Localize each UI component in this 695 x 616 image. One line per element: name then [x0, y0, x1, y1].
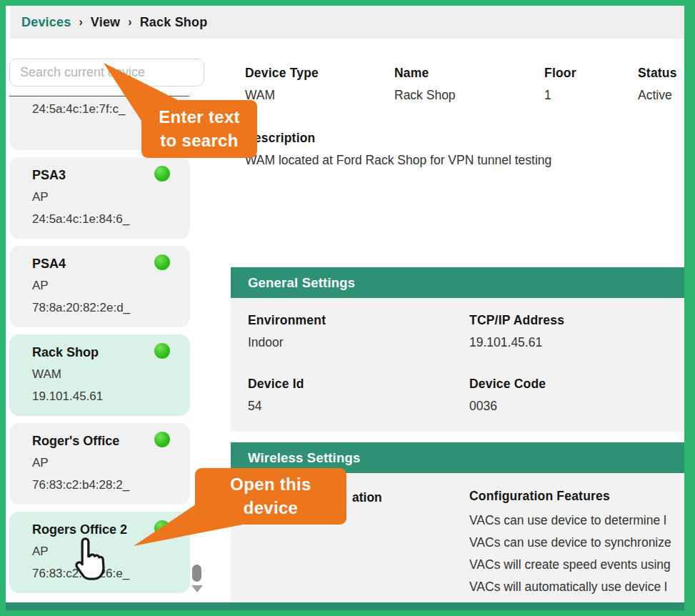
callout-search-line2: to search — [141, 129, 257, 152]
callout-search-line1: Enter text — [141, 105, 257, 129]
device-address: 19.101.45.61 — [32, 385, 170, 407]
device-card-roger-s-office[interactable]: Roger's OfficeAP76:83:c2:b4:28:2_ — [9, 423, 190, 505]
field-label-tcp-ip-address: TCP/IP Address — [469, 313, 564, 328]
field-environment: EnvironmentIndoor — [248, 313, 326, 350]
field-value-status: Active — [638, 88, 677, 103]
breadcrumb: Devices›View›Rack Shop — [10, 6, 684, 39]
field-value-device-id: 54 — [248, 399, 304, 414]
device-address: 24:5a:4c:1e:84:6_ — [32, 208, 170, 230]
field-label-status: Status — [638, 66, 677, 81]
status-online-icon — [154, 343, 170, 359]
summary-col-status: StatusActive — [638, 66, 677, 103]
device-address: 76:83:c2:b4:28:2_ — [32, 474, 170, 496]
callout-enter-text-to-search: Enter text to search — [141, 100, 257, 158]
field-value-environment: Indoor — [248, 335, 326, 350]
field-tcp-ip-address: TCP/IP Address19.101.45.61 — [469, 313, 564, 350]
device-address: 78:8a:20:82:2e:d_ — [32, 297, 170, 319]
field-label-device-type: Device Type — [245, 66, 319, 81]
field-value-device-code: 0036 — [469, 399, 546, 414]
summary-col-name: NameRack Shop — [394, 66, 456, 103]
feature-item: VACs can use device to synchronize — [469, 532, 671, 554]
feature-item: VACs can use device to determine l — [469, 510, 671, 532]
breadcrumb-item-rack-shop: Rack Shop — [140, 15, 208, 30]
breadcrumb-item-view: View — [91, 15, 121, 30]
device-name: Rack Shop — [32, 342, 170, 363]
summary-col-device-type: Device TypeWAM — [245, 66, 319, 103]
scrollbar-thumb[interactable] — [192, 565, 201, 582]
configuration-features-block: Configuration Features VACs can use devi… — [469, 489, 671, 598]
status-online-icon — [154, 166, 170, 182]
field-device-id: Device Id54 — [248, 377, 304, 414]
device-type: AP — [32, 452, 170, 474]
breadcrumb-separator-icon: › — [79, 16, 82, 29]
field-value-device-type: WAM — [245, 88, 319, 103]
status-online-icon — [154, 254, 170, 270]
device-card-psa3[interactable]: PSA3AP24:5a:4c:1e:84:6_ — [9, 157, 190, 239]
field-value-name: Rack Shop — [394, 88, 456, 103]
device-name: Roger's Office — [32, 430, 170, 452]
device-type: AP — [32, 186, 170, 208]
field-label-name: Name — [394, 66, 456, 81]
general-settings-header: General Settings — [231, 267, 684, 298]
breadcrumb-item-devices[interactable]: Devices — [21, 15, 71, 30]
field-label-device-id: Device Id — [248, 377, 304, 392]
feature-item: VACs will automatically use device l — [469, 576, 671, 598]
callout-open-line1: Open this — [195, 472, 346, 496]
field-label-device-code: Device Code — [469, 377, 546, 392]
device-card-psa4[interactable]: PSA4AP78:8a:20:82:2e:d_ — [9, 246, 190, 327]
device-name: PSA4 — [32, 253, 170, 274]
device-summary: Device TypeWAMNameRack ShopFloor1StatusA… — [245, 66, 684, 116]
general-settings-body: EnvironmentIndoorTCP/IP Address19.101.45… — [231, 298, 684, 432]
feature-item: VACs will create speed events using — [469, 554, 671, 576]
device-type: WAM — [32, 363, 170, 385]
description-label: Description — [245, 131, 684, 146]
description-block: Description WAM located at Ford Rack Sho… — [245, 131, 684, 168]
field-device-code: Device Code0036 — [469, 377, 546, 414]
description-value: WAM located at Ford Rack Shop for VPN tu… — [245, 153, 684, 168]
status-online-icon — [154, 432, 170, 447]
wireless-left-label-fragment: ation — [352, 490, 382, 505]
footer-bar — [6, 602, 684, 612]
scrollbar-down-arrow-icon[interactable] — [191, 585, 203, 592]
summary-col-floor: Floor1 — [544, 66, 576, 103]
hand-cursor-icon — [71, 536, 109, 583]
field-label-environment: Environment — [248, 313, 326, 328]
field-label-floor: Floor — [544, 66, 576, 81]
field-value-tcp-ip-address: 19.101.45.61 — [469, 335, 564, 350]
configuration-features-label: Configuration Features — [469, 489, 671, 504]
callout-open-line2: device — [195, 496, 346, 520]
feature-list: VACs can use device to determine lVACs c… — [469, 510, 671, 598]
device-card-rack-shop[interactable]: Rack ShopWAM19.101.45.61 — [9, 334, 190, 416]
device-type: AP — [32, 274, 170, 297]
field-value-floor: 1 — [544, 88, 576, 103]
breadcrumb-separator-icon: › — [128, 16, 131, 29]
callout-open-this-device: Open this device — [195, 468, 346, 525]
device-name: PSA3 — [32, 164, 170, 186]
